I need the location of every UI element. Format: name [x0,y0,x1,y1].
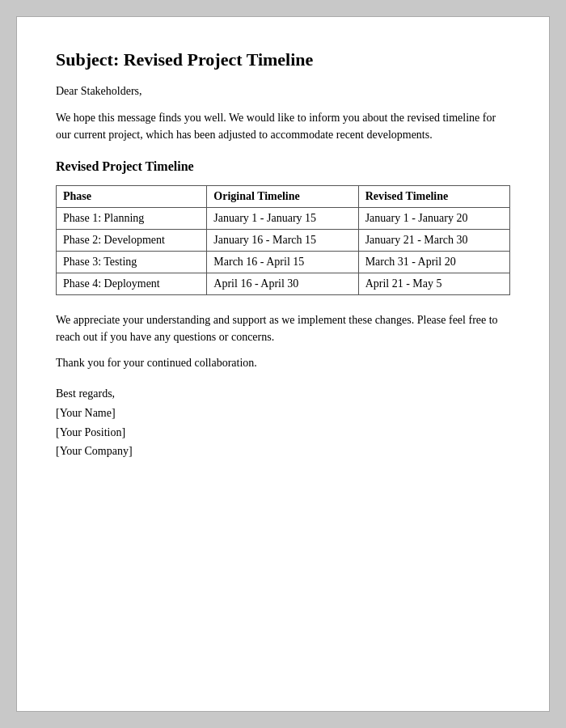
col-header-revised: Revised Timeline [358,186,509,208]
page-container: Subject: Revised Project Timeline Dear S… [16,16,550,712]
table-cell: Phase 4: Deployment [57,273,207,295]
closing-paragraph: We appreciate your understanding and sup… [56,311,510,345]
thank-you: Thank you for your continued collaborati… [56,357,510,370]
signature: Best regards, [Your Name] [Your Position… [56,384,510,461]
table-cell: Phase 2: Development [57,230,207,252]
timeline-table: Phase Original Timeline Revised Timeline… [56,185,510,295]
table-row: Phase 3: TestingMarch 16 - April 15March… [57,252,510,273]
table-row: Phase 4: DeploymentApril 16 - April 30Ap… [57,273,510,295]
table-cell: April 21 - May 5 [358,273,509,295]
table-cell: Phase 3: Testing [57,252,207,273]
table-cell: March 16 - April 15 [207,252,358,273]
table-cell: January 1 - January 20 [358,208,509,230]
sign-off: Best regards, [56,384,510,404]
table-cell: March 31 - April 20 [358,252,509,273]
table-body: Phase 1: PlanningJanuary 1 - January 15J… [57,208,510,295]
signer-name: [Your Name] [56,404,510,423]
intro-paragraph: We hope this message finds you well. We … [56,109,510,143]
table-header-row: Phase Original Timeline Revised Timeline [57,186,510,208]
signer-company: [Your Company] [56,442,510,461]
table-cell: Phase 1: Planning [57,208,207,230]
table-cell: April 16 - April 30 [207,273,358,295]
table-cell: January 1 - January 15 [207,208,358,230]
table-row: Phase 2: DevelopmentJanuary 16 - March 1… [57,230,510,252]
table-cell: January 21 - March 30 [358,230,509,252]
signer-position: [Your Position] [56,423,510,442]
email-subject: Subject: Revised Project Timeline [56,49,510,70]
table-row: Phase 1: PlanningJanuary 1 - January 15J… [57,208,510,230]
table-cell: January 16 - March 15 [207,230,358,252]
col-header-original: Original Timeline [207,186,358,208]
col-header-phase: Phase [57,186,207,208]
salutation: Dear Stakeholders, [56,85,510,98]
section-heading: Revised Project Timeline [56,159,510,174]
